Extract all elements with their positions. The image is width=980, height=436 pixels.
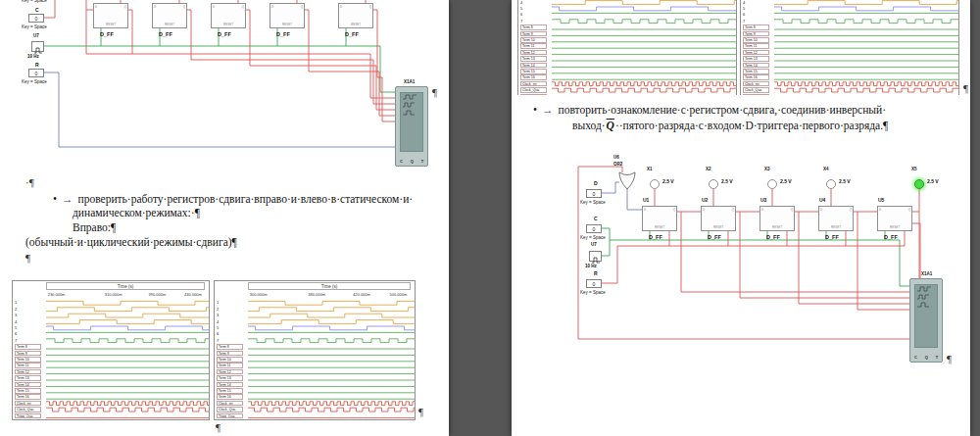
paragraph-text-line2[interactable]: выход·Q··пятого·разряда·с·входом·D·тригг… [572, 120, 888, 132]
scope-channel-label: 2 [15, 307, 17, 312]
probe-x5 [914, 179, 924, 189]
probe-name-label: X3 [764, 167, 770, 171]
dff-ref-label: U1 [643, 197, 649, 203]
paragraph-text-line2[interactable]: динамическом·режимах:·¶ [73, 207, 200, 219]
or-gate-icon [618, 170, 636, 190]
scope-channel-label: Clock_int [743, 81, 769, 87]
scope-panel-right-2[interactable]: Time (s)1234567Term 8Term 9Term 10Term 1… [740, 0, 959, 95]
clock-source [589, 251, 602, 262]
scope-trace [248, 402, 415, 406]
scope-channel-label: Term 8 [217, 344, 243, 350]
paragraph-modes[interactable]: (обычный·и·циклический·режимы·сдвига)¶ [25, 236, 237, 249]
document-page-right[interactable]: Time (s)1234567Term 8Term 9Term 10Term 1… [512, 0, 970, 436]
logic-analyzer: C Q T [395, 86, 428, 167]
scope-panel-inner: Time (s)1234567Term 8Term 9Term 10Term 1… [740, 0, 959, 95]
pilcrow-mark: ·¶ [25, 176, 34, 188]
paragraph-vpravo[interactable]: Вправо:¶ [73, 221, 116, 234]
green-clock-wires [44, 28, 395, 92]
scope-channel-label: Term 12 [743, 50, 769, 56]
scope-channel-label: 4 [520, 0, 522, 5]
scope-channel-label: Term 12 [217, 369, 243, 375]
analyzer-screen [400, 92, 423, 152]
scope-channel-label: 3 [15, 313, 17, 317]
scope-channel-label: Clock_int [217, 401, 243, 407]
scope-channel-label: Clock_Qua [217, 407, 243, 412]
ff-pin-q-label: Q [850, 208, 852, 212]
scope-tick-label: 300.000m [250, 292, 268, 297]
ff-pin-q-label: Q [673, 208, 675, 212]
scope-tick-label: 390.000m [149, 292, 167, 297]
ff-pin-q-label: Q [791, 208, 793, 212]
bullet-mark: • [53, 193, 57, 205]
scope-channel-label: Clock_Qua [520, 87, 547, 93]
scope-trace [46, 326, 209, 330]
scope-channel-label: Term 8 [15, 344, 41, 350]
scope-trace [248, 301, 415, 305]
scope-channel-label: Term 14 [15, 382, 41, 388]
scope-channel-label: Term 10 [217, 357, 243, 363]
dff-ref-label: U3 [760, 197, 766, 203]
scope-tick-label: 230.000m [48, 292, 66, 297]
scope-trace [248, 308, 415, 312]
analyzer-screen [914, 284, 938, 348]
blue-signal-wire [44, 73, 395, 147]
scope-channel-label: 7 [15, 338, 17, 343]
scope-panel-left-2[interactable]: Time (s)300.000m380.000m420.000m500.000m… [214, 280, 416, 420]
probe-x4 [826, 179, 836, 189]
scope-channel-label: Term 14 [743, 63, 769, 69]
scope-channel-label: 4 [743, 0, 745, 5]
paragraph-task-inverse[interactable]: •→повторить·ознакомление·с·регистром·сдв… [533, 104, 886, 117]
scope-trace [248, 314, 415, 317]
ff-reset-label: RESET [94, 23, 127, 26]
clock-frequency-label: 10 Hz [27, 54, 39, 59]
scope-channel-label: Clock_Qua [15, 407, 41, 412]
scope-panel-right-1[interactable]: Time (s)1234567Term 8Term 9Term 10Term 1… [517, 0, 737, 95]
scope-channel-label: 5 [520, 6, 522, 11]
scope-panel-inner: Time (s)1234567Term 8Term 9Term 10Term 1… [517, 0, 737, 95]
scope-waveform-area [552, 0, 736, 95]
ff-pin-q-label: Q [183, 5, 185, 9]
ff-reset-label: RESET [153, 23, 186, 26]
scope-channel-label: Term 15 [217, 388, 243, 394]
scope-trace [552, 7, 736, 11]
probe-voltage-label: 2.5 V [780, 178, 792, 184]
ff-reset-label: RESET [878, 225, 911, 229]
ff-pin-d-label: D [154, 5, 156, 9]
dff-type-label: D_FF [159, 31, 172, 37]
scope-panel-left-1[interactable]: Time (s)230.000m310.000m390.000m430.000m… [12, 280, 210, 420]
scope-channel-label: 6 [520, 12, 522, 17]
scope-channel-label: Term 10 [520, 37, 547, 43]
scope-channel-label: 1 [15, 300, 17, 305]
pilcrow-mark: ¶ [418, 406, 423, 417]
tab-mark: → [542, 104, 554, 116]
paragraph-text: выход· [572, 120, 606, 131]
d-flipflop: DQRESET [211, 3, 246, 28]
key-caption: Key = Space [22, 24, 47, 29]
dff-type-label: D_FF [708, 234, 721, 240]
scope-channel-label: Term 11 [15, 363, 41, 368]
ff-pin-q-label: Q [732, 208, 734, 212]
d-flipflop: DQRESET [760, 206, 795, 231]
scope-tick-label: 310.000m [105, 292, 122, 297]
d-flipflop: DQRESET [270, 3, 305, 28]
scope-trace [46, 301, 209, 305]
scope-channel-label: Trigg_Qua [15, 413, 41, 419]
q-inverse-symbol: Q [606, 120, 615, 131]
scope-channel-label: Term 16 [217, 394, 243, 400]
paragraph-task-shift[interactable]: •→проверить·работу·регистров·сдвига·впра… [53, 193, 413, 206]
signal-label-r: R [594, 270, 598, 276]
scope-channel-label: Term 12 [520, 50, 547, 56]
scope-channel-label: Term 9 [217, 351, 243, 357]
dff-type-label: D_FF [218, 31, 231, 37]
document-page-left[interactable]: Key = Space C 0 Key = Space U7 10 Hz R 0… [0, 0, 449, 436]
probe-x3 [767, 179, 777, 189]
analyzer-pin-row: C Q T [910, 355, 942, 360]
scope-tick-label: 430.000m [184, 292, 202, 297]
probe-name-label: X2 [706, 167, 711, 171]
analyzer-screen-waves-icon [401, 93, 424, 132]
scope-waveform-area [46, 300, 209, 419]
scope-time-header: Time (s) [248, 282, 411, 290]
scope-channel-label: 5 [743, 6, 745, 11]
or-gate-type-label: OR2 [613, 162, 622, 167]
analyzer-pin-q: Q [925, 355, 928, 360]
